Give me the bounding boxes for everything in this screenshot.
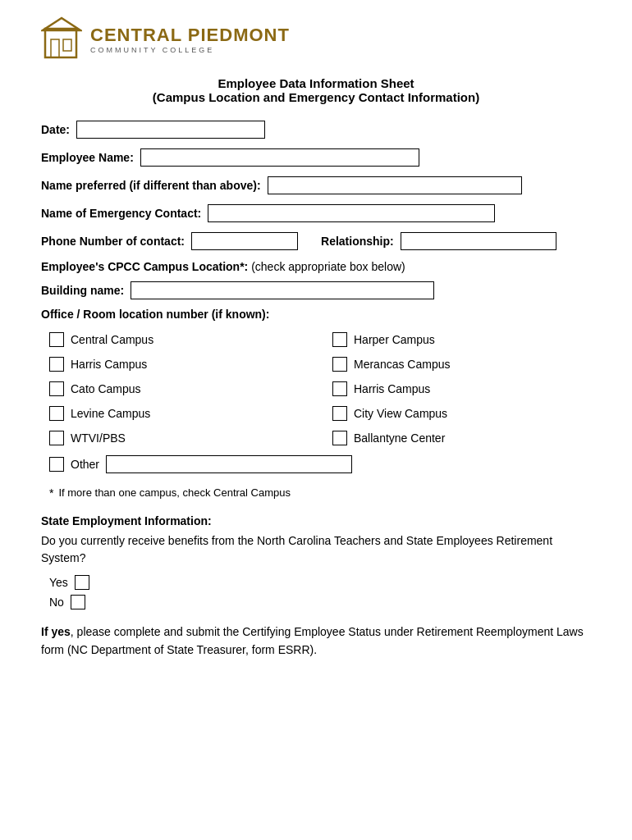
date-row: Date: xyxy=(41,121,591,139)
name-preferred-label: Name preferred (if different than above)… xyxy=(41,179,261,192)
checkbox-item-wtvi-pbs: WTVI/PBS xyxy=(49,431,308,445)
logo-main-text: CENTRAL PIEDMONT xyxy=(90,25,290,46)
checkbox-item-merancas-campus: Merancas Campus xyxy=(332,357,591,372)
city-view-campus-checkbox[interactable] xyxy=(332,406,347,421)
checkbox-item-central-campus: Central Campus xyxy=(49,332,308,347)
state-employment-heading: State Employment Information: xyxy=(41,514,591,527)
merancas-campus-label: Merancas Campus xyxy=(354,358,451,371)
building-name-row: Building name: xyxy=(41,281,591,299)
college-logo-icon xyxy=(41,16,82,62)
levine-campus-label: Levine Campus xyxy=(71,407,150,420)
checkbox-item-city-view-campus: City View Campus xyxy=(332,406,591,421)
no-item: No xyxy=(49,595,591,609)
logo-sub-text: COMMUNITY COLLEGE xyxy=(90,46,290,54)
ballantyne-center-label: Ballantyne Center xyxy=(354,431,445,445)
no-label: No xyxy=(49,596,64,609)
footnote: * If more than one campus, check Central… xyxy=(49,486,591,500)
checkbox-item-ballantyne-center: Ballantyne Center xyxy=(332,431,591,445)
cato-campus-label: Cato Campus xyxy=(71,382,141,395)
state-employment-section: State Employment Information: Do you cur… xyxy=(41,514,591,609)
logo-text: CENTRAL PIEDMONT COMMUNITY COLLEGE xyxy=(90,25,290,54)
relationship-label: Relationship: xyxy=(321,235,394,248)
page-header: CENTRAL PIEDMONT COMMUNITY COLLEGE xyxy=(41,16,591,62)
ballantyne-center-checkbox[interactable] xyxy=(332,431,347,445)
no-checkbox[interactable] xyxy=(71,595,85,609)
footnote-text: If more than one campus, check Central C… xyxy=(58,486,291,499)
building-name-input[interactable] xyxy=(131,281,434,299)
svg-rect-2 xyxy=(51,39,59,57)
office-room-bold: Office / Room location number xyxy=(41,308,208,321)
office-room-note: (if known): xyxy=(212,308,270,321)
checkbox-item-harper-campus: Harper Campus xyxy=(332,332,591,347)
emergency-contact-row: Name of Emergency Contact: xyxy=(41,204,591,222)
form-title: Employee Data Information Sheet (Campus … xyxy=(41,76,591,104)
cato-campus-checkbox[interactable] xyxy=(49,381,64,396)
checkbox-item-harris-campus-2: Harris Campus xyxy=(332,381,591,396)
harris-campus-checkbox[interactable] xyxy=(49,357,64,372)
employee-name-row: Employee Name: xyxy=(41,148,591,167)
emergency-contact-input[interactable] xyxy=(208,204,495,222)
date-input[interactable] xyxy=(76,121,265,139)
central-campus-checkbox[interactable] xyxy=(49,332,64,347)
svg-rect-3 xyxy=(63,39,71,51)
campus-location-heading: Employee's CPCC Campus Location*: (check… xyxy=(41,260,591,273)
title-line2: (Campus Location and Emergency Contact I… xyxy=(41,90,591,104)
phone-label: Phone Number of contact: xyxy=(41,235,185,248)
building-name-label: Building name: xyxy=(41,284,124,297)
other-row: Other xyxy=(49,455,591,473)
employee-name-label: Employee Name: xyxy=(41,151,134,164)
harper-campus-label: Harper Campus xyxy=(354,333,435,346)
emergency-contact-label: Name of Emergency Contact: xyxy=(41,207,201,220)
relationship-input[interactable] xyxy=(401,232,556,250)
office-room-label: Office / Room location number (if known)… xyxy=(41,308,591,321)
employee-name-input[interactable] xyxy=(140,148,419,167)
name-preferred-row: Name preferred (if different than above)… xyxy=(41,176,591,194)
checkbox-item-cato-campus: Cato Campus xyxy=(49,381,308,396)
central-campus-label: Central Campus xyxy=(71,333,153,346)
date-label: Date: xyxy=(41,123,70,136)
yes-label: Yes xyxy=(49,576,68,589)
other-label: Other xyxy=(71,458,99,471)
yes-checkbox[interactable] xyxy=(75,575,89,590)
title-line1: Employee Data Information Sheet xyxy=(41,76,591,90)
yes-item: Yes xyxy=(49,575,591,590)
name-preferred-input[interactable] xyxy=(268,176,522,194)
checkbox-item-levine-campus: Levine Campus xyxy=(49,406,308,421)
state-employment-body: Do you currently receive benefits from t… xyxy=(41,532,591,567)
logo-container: CENTRAL PIEDMONT COMMUNITY COLLEGE xyxy=(41,16,290,62)
phone-input[interactable] xyxy=(191,232,298,250)
phone-relationship-row: Phone Number of contact: Relationship: xyxy=(41,232,591,250)
harris-campus-2-checkbox[interactable] xyxy=(332,381,347,396)
if-yes-bold: If yes xyxy=(41,625,71,638)
campus-checkbox-grid: Central Campus Harper Campus Harris Camp… xyxy=(49,332,591,445)
levine-campus-checkbox[interactable] xyxy=(49,406,64,421)
campus-location-note: (check appropriate box below) xyxy=(251,260,405,273)
campus-location-label: Employee's CPCC Campus Location*: xyxy=(41,260,248,273)
wtvi-pbs-checkbox[interactable] xyxy=(49,431,64,445)
harris-campus-2-label: Harris Campus xyxy=(354,382,430,395)
city-view-campus-label: City View Campus xyxy=(354,407,447,420)
checkbox-item-harris-campus: Harris Campus xyxy=(49,357,308,372)
yes-no-section: Yes No xyxy=(49,575,591,609)
merancas-campus-checkbox[interactable] xyxy=(332,357,347,372)
harper-campus-checkbox[interactable] xyxy=(332,332,347,347)
other-input[interactable] xyxy=(106,455,352,473)
if-yes-rest: , please complete and submit the Certify… xyxy=(41,625,584,656)
if-yes-section: If yes, please complete and submit the C… xyxy=(41,623,591,660)
wtvi-pbs-label: WTVI/PBS xyxy=(71,431,126,445)
footnote-asterisk: * xyxy=(49,486,53,500)
other-checkbox[interactable] xyxy=(49,457,64,472)
harris-campus-label: Harris Campus xyxy=(71,358,147,371)
